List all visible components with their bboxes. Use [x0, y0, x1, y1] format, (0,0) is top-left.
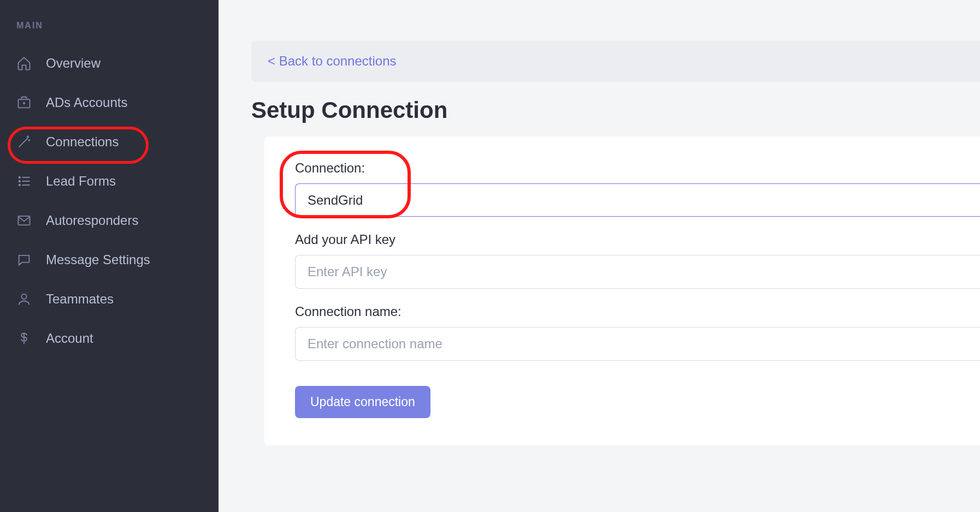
- sidebar-section-title: MAIN: [0, 15, 219, 44]
- setup-connection-card: Connection: SendGrid Add your API key Co…: [264, 136, 980, 445]
- dollar-icon: [16, 331, 32, 346]
- wand-icon: [16, 134, 32, 150]
- home-icon: [16, 56, 32, 71]
- sidebar-item-lead-forms[interactable]: Lead Forms: [0, 162, 219, 201]
- sidebar-item-label: ADs Accounts: [46, 95, 127, 110]
- sidebar: MAIN Overview ADs Accounts Connections L…: [0, 0, 219, 512]
- connection-field-group: Connection: SendGrid: [295, 160, 980, 217]
- svg-point-5: [21, 294, 26, 299]
- svg-point-1: [19, 177, 20, 178]
- sidebar-item-label: Message Settings: [46, 252, 150, 267]
- sidebar-item-ads-accounts[interactable]: ADs Accounts: [0, 83, 219, 122]
- briefcase-plus-icon: [16, 95, 32, 110]
- api-key-field-group: Add your API key: [295, 232, 980, 289]
- sidebar-item-label: Account: [46, 331, 93, 346]
- svg-point-2: [19, 181, 20, 182]
- sidebar-item-account[interactable]: Account: [0, 319, 219, 358]
- connection-label: Connection:: [295, 160, 980, 176]
- api-key-label: Add your API key: [295, 232, 980, 247]
- sidebar-item-label: Autoresponders: [46, 213, 138, 228]
- back-to-connections-link[interactable]: < Back to connections: [268, 53, 396, 68]
- connection-name-label: Connection name:: [295, 304, 980, 319]
- api-key-input[interactable]: [295, 255, 980, 289]
- sidebar-item-label: Lead Forms: [46, 174, 116, 189]
- sidebar-item-label: Overview: [46, 56, 101, 71]
- list-icon: [16, 174, 32, 189]
- page-title: Setup Connection: [251, 97, 980, 123]
- connection-select[interactable]: SendGrid: [295, 183, 980, 217]
- sidebar-item-autoresponders[interactable]: Autoresponders: [0, 201, 219, 240]
- chat-icon: [16, 252, 32, 267]
- sidebar-item-teammates[interactable]: Teammates: [0, 279, 219, 319]
- main-content: < Back to connections Setup Connection C…: [219, 0, 980, 512]
- sidebar-item-label: Connections: [46, 134, 119, 150]
- connection-name-field-group: Connection name:: [295, 304, 980, 361]
- sidebar-item-connections[interactable]: Connections: [0, 122, 219, 162]
- sidebar-item-overview[interactable]: Overview: [0, 44, 219, 83]
- svg-point-3: [19, 184, 20, 186]
- person-icon: [16, 291, 32, 307]
- envelope-icon: [16, 213, 32, 228]
- sidebar-item-message-settings[interactable]: Message Settings: [0, 240, 219, 279]
- back-bar: < Back to connections: [251, 40, 980, 82]
- sidebar-item-label: Teammates: [46, 291, 114, 307]
- update-connection-button[interactable]: Update connection: [295, 386, 430, 418]
- connection-name-input[interactable]: [295, 327, 980, 361]
